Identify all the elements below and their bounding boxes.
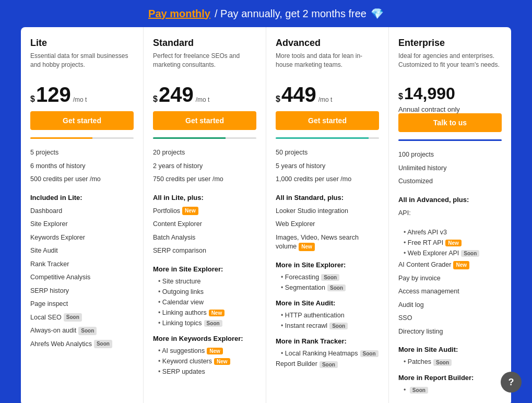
feature-item: Images, Video, News search volumeNew bbox=[276, 231, 379, 254]
cta-button[interactable]: Get started bbox=[30, 111, 134, 130]
badge-new: New bbox=[207, 348, 223, 354]
price-note: Annual contract only bbox=[398, 105, 502, 113]
badge-soon: Soon bbox=[78, 327, 97, 335]
plan-divider bbox=[398, 139, 502, 141]
feature-item: SSO bbox=[398, 312, 502, 325]
stat-item: 750 credits per user /mo bbox=[153, 173, 256, 186]
pay-monthly-link[interactable]: Pay monthly bbox=[148, 8, 210, 20]
features-list: DashboardSite ExplorerKeywords ExplorerS… bbox=[30, 205, 134, 351]
api-item: Web Explorer APISoon bbox=[404, 248, 502, 258]
feature-item: PortfoliosNew bbox=[153, 205, 256, 218]
badge-new: New bbox=[214, 358, 230, 365]
sub-item: SERP updates bbox=[158, 366, 256, 377]
feature-item: Content Explorer bbox=[153, 218, 256, 231]
badge-soon: Soon bbox=[329, 323, 348, 329]
stats-list: 50 projects5 years of history1,000 credi… bbox=[276, 146, 379, 186]
feature-item: API: bbox=[398, 207, 502, 220]
section-title: All in Advanced, plus: bbox=[398, 196, 502, 204]
sub-item: Local Ranking HeatmapsSoon bbox=[281, 348, 379, 359]
section-title: All in Lite, plus: bbox=[153, 194, 256, 202]
price-amount: 249 bbox=[159, 84, 194, 105]
api-item: Free RT APINew bbox=[404, 238, 502, 248]
stat-item: 5 years of history bbox=[276, 160, 379, 173]
plan-desc: Ideal for agencies and enterprises. Cust… bbox=[398, 52, 502, 77]
price-dollar: $ bbox=[153, 94, 158, 104]
sub-item: Outgoing links bbox=[158, 287, 256, 297]
subsection-title: More in Site Explorer: bbox=[276, 261, 379, 269]
section-title: Included in Lite: bbox=[30, 194, 134, 202]
more-features-list: AI Content GraderNewPay by invoiceAccess… bbox=[398, 258, 502, 338]
pricing-container: Lite Essential data for small businesses… bbox=[21, 27, 511, 403]
plan-divider bbox=[30, 137, 134, 139]
sub-item: AI suggestionsNew bbox=[158, 346, 256, 356]
price-mo: /mo t bbox=[318, 96, 333, 103]
subsection-title: More in Site Audit: bbox=[398, 346, 502, 353]
feature-item: Keywords Explorer bbox=[30, 231, 134, 245]
stat-item: 50 projects bbox=[276, 146, 379, 160]
cta-button[interactable]: Get started bbox=[276, 111, 379, 130]
stat-item: Customized bbox=[398, 175, 502, 188]
feature-item: Competitive Analysis bbox=[30, 271, 134, 285]
stat-item: 6 months of history bbox=[30, 160, 134, 173]
feature-item: Access management bbox=[398, 285, 502, 299]
gem-icon: 💎 bbox=[371, 7, 384, 20]
header-separator: / Pay annually, get 2 months free bbox=[215, 8, 367, 20]
sub-item: SegmentationSoon bbox=[281, 282, 379, 293]
api-item: Ahrefs API v3 bbox=[404, 227, 502, 238]
badge-new: New bbox=[445, 240, 462, 246]
sub-item: HTTP authentication bbox=[281, 310, 379, 321]
extra-feature: Report BuilderSoon bbox=[276, 359, 379, 369]
price-amount: 449 bbox=[281, 84, 316, 105]
stat-item: 5 projects bbox=[30, 146, 134, 160]
subsection-title: More in Site Explorer: bbox=[153, 265, 256, 273]
badge-new: New bbox=[182, 207, 198, 215]
feature-item: Batch Analysis bbox=[153, 231, 256, 245]
badge-soon: Soon bbox=[327, 285, 346, 291]
features-list: Looker Studio integrationWeb ExplorerIma… bbox=[276, 205, 379, 254]
feature-item: Site Audit bbox=[30, 244, 134, 258]
sub-item: Soon bbox=[404, 385, 502, 395]
subsection-title: More in Site Audit: bbox=[276, 299, 379, 307]
badge-soon: Soon bbox=[321, 274, 339, 281]
feature-item: Directory listing bbox=[398, 325, 502, 339]
subsection-title: More in Keywords Explorer: bbox=[153, 335, 256, 342]
sub-item: ForecastingSoon bbox=[281, 272, 379, 282]
plan-name: Enterprise bbox=[398, 38, 502, 49]
plan-desc: Essential data for small businesses and … bbox=[30, 52, 134, 77]
price-amount: 14,990 bbox=[404, 84, 455, 103]
badge-soon: Soon bbox=[94, 340, 112, 348]
feature-item: SERP comparison bbox=[153, 244, 256, 258]
badge-soon: Soon bbox=[64, 313, 82, 322]
feature-item: Always-on auditSoon bbox=[30, 324, 134, 338]
price-amount: 129 bbox=[36, 84, 71, 105]
plan-standard: Standard Perfect for freelance SEOs and … bbox=[144, 27, 266, 403]
stat-item: 20 projects bbox=[153, 146, 256, 160]
sub-item: Site structure bbox=[158, 276, 256, 287]
feature-item: Looker Studio integration bbox=[276, 205, 379, 218]
plan-name: Standard bbox=[153, 38, 256, 49]
badge-new: New bbox=[299, 243, 315, 251]
badge-soon: Soon bbox=[433, 359, 452, 366]
features-list: PortfoliosNewContent ExplorerBatch Analy… bbox=[153, 205, 256, 258]
section-title: All in Standard, plus: bbox=[276, 194, 379, 202]
subsection-title: More in Report Builder: bbox=[398, 374, 502, 382]
stats-list: 20 projects2 years of history750 credits… bbox=[153, 146, 256, 186]
stat-item: 2 years of history bbox=[153, 160, 256, 173]
cta-button[interactable]: Talk to us bbox=[398, 113, 502, 132]
plan-divider bbox=[276, 137, 379, 139]
help-button[interactable]: ? bbox=[501, 372, 522, 393]
feature-item: Rank Tracker bbox=[30, 258, 134, 271]
plan-enterprise: Enterprise Ideal for agencies and enterp… bbox=[389, 27, 511, 403]
plan-name: Lite bbox=[30, 38, 134, 49]
sub-item: Calendar view bbox=[158, 297, 256, 307]
sub-item: Linking authorsNew bbox=[158, 307, 256, 318]
feature-item: Page inspect bbox=[30, 298, 134, 311]
plan-divider bbox=[153, 137, 256, 139]
cta-button[interactable]: Get started bbox=[153, 111, 256, 130]
stat-item: 100 projects bbox=[398, 148, 502, 162]
feature-item: Pay by invoice bbox=[398, 272, 502, 286]
sub-item: PatchesSoon bbox=[404, 357, 502, 367]
subsection-title: More in Rank Tracker: bbox=[276, 337, 379, 345]
plan-advanced: Advanced More tools and data for lean in… bbox=[266, 27, 389, 403]
sub-item: Instant recrawlSoon bbox=[281, 321, 379, 331]
